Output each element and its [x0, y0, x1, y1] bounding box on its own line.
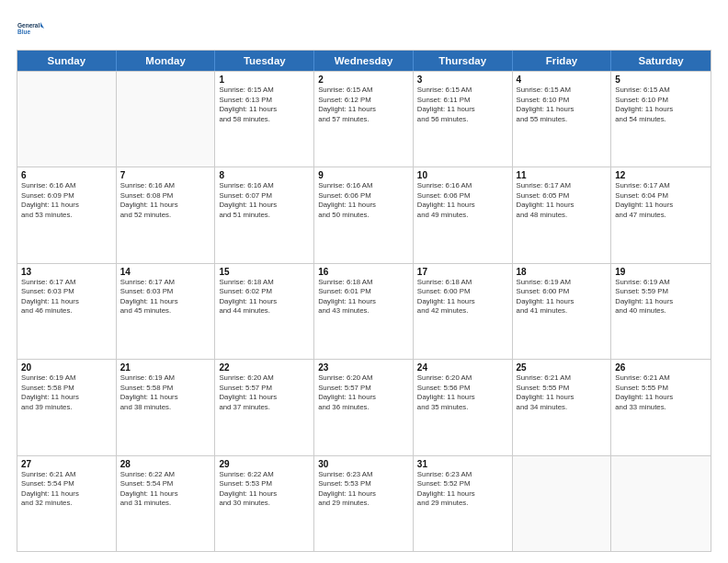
- empty-cell: [17, 72, 117, 167]
- day-cell-10: 10Sunrise: 6:16 AM Sunset: 6:06 PM Dayli…: [414, 167, 513, 262]
- day-number: 25: [517, 362, 608, 373]
- day-cell-5: 5Sunrise: 6:15 AM Sunset: 6:10 PM Daylig…: [611, 72, 711, 167]
- logo: GeneralBlue: [17, 15, 44, 42]
- day-cell-6: 6Sunrise: 6:16 AM Sunset: 6:09 PM Daylig…: [17, 167, 117, 262]
- day-number: 31: [417, 459, 508, 469]
- day-info: Sunrise: 6:15 AM Sunset: 6:12 PM Dayligh…: [318, 86, 409, 124]
- day-cell-23: 23Sunrise: 6:20 AM Sunset: 5:57 PM Dayli…: [314, 360, 414, 454]
- calendar-row-5: 27Sunrise: 6:21 AM Sunset: 5:54 PM Dayli…: [17, 455, 711, 551]
- day-number: 15: [219, 267, 310, 277]
- day-number: 13: [21, 267, 112, 277]
- svg-text:General: General: [17, 22, 40, 29]
- day-cell-17: 17Sunrise: 6:18 AM Sunset: 6:00 PM Dayli…: [414, 264, 513, 359]
- day-info: Sunrise: 6:18 AM Sunset: 6:01 PM Dayligh…: [318, 278, 409, 316]
- logo-icon: GeneralBlue: [17, 15, 44, 42]
- day-info: Sunrise: 6:21 AM Sunset: 5:55 PM Dayligh…: [517, 373, 608, 412]
- calendar-body: 1Sunrise: 6:15 AM Sunset: 6:13 PM Daylig…: [17, 71, 711, 551]
- day-number: 18: [517, 267, 608, 277]
- day-info: Sunrise: 6:22 AM Sunset: 5:53 PM Dayligh…: [219, 470, 310, 509]
- day-info: Sunrise: 6:17 AM Sunset: 6:03 PM Dayligh…: [120, 278, 211, 316]
- day-info: Sunrise: 6:17 AM Sunset: 6:05 PM Dayligh…: [517, 181, 608, 220]
- day-number: 5: [615, 75, 707, 85]
- day-number: 27: [21, 459, 112, 469]
- day-cell-19: 19Sunrise: 6:19 AM Sunset: 5:59 PM Dayli…: [611, 264, 711, 359]
- day-info: Sunrise: 6:16 AM Sunset: 6:08 PM Dayligh…: [120, 181, 211, 220]
- day-info: Sunrise: 6:21 AM Sunset: 5:55 PM Dayligh…: [615, 373, 707, 412]
- day-info: Sunrise: 6:23 AM Sunset: 5:52 PM Dayligh…: [417, 470, 508, 509]
- day-number: 3: [417, 75, 508, 85]
- day-info: Sunrise: 6:15 AM Sunset: 6:10 PM Dayligh…: [615, 86, 707, 124]
- day-cell-9: 9Sunrise: 6:16 AM Sunset: 6:06 PM Daylig…: [314, 167, 414, 262]
- day-cell-31: 31Sunrise: 6:23 AM Sunset: 5:52 PM Dayli…: [414, 456, 513, 551]
- calendar: SundayMondayTuesdayWednesdayThursdayFrid…: [17, 50, 711, 552]
- weekday-header-tuesday: Tuesday: [215, 51, 314, 71]
- day-info: Sunrise: 6:20 AM Sunset: 5:57 PM Dayligh…: [219, 373, 310, 412]
- day-cell-22: 22Sunrise: 6:20 AM Sunset: 5:57 PM Dayli…: [215, 360, 314, 454]
- day-cell-25: 25Sunrise: 6:21 AM Sunset: 5:55 PM Dayli…: [513, 360, 612, 454]
- weekday-header-sunday: Sunday: [17, 51, 117, 71]
- day-number: 20: [21, 362, 112, 373]
- empty-cell: [117, 72, 216, 167]
- day-cell-20: 20Sunrise: 6:19 AM Sunset: 5:58 PM Dayli…: [17, 360, 117, 454]
- day-number: 6: [21, 170, 112, 180]
- day-number: 14: [120, 267, 211, 277]
- day-info: Sunrise: 6:17 AM Sunset: 6:03 PM Dayligh…: [21, 278, 112, 316]
- day-cell-30: 30Sunrise: 6:23 AM Sunset: 5:53 PM Dayli…: [314, 456, 414, 551]
- day-number: 11: [517, 170, 608, 180]
- day-cell-26: 26Sunrise: 6:21 AM Sunset: 5:55 PM Dayli…: [611, 360, 711, 454]
- day-number: 29: [219, 459, 310, 469]
- weekday-header-wednesday: Wednesday: [314, 51, 414, 71]
- day-number: 28: [120, 459, 211, 469]
- day-cell-27: 27Sunrise: 6:21 AM Sunset: 5:54 PM Dayli…: [17, 456, 117, 551]
- day-info: Sunrise: 6:20 AM Sunset: 5:56 PM Dayligh…: [417, 373, 508, 412]
- day-cell-12: 12Sunrise: 6:17 AM Sunset: 6:04 PM Dayli…: [611, 167, 711, 262]
- day-info: Sunrise: 6:21 AM Sunset: 5:54 PM Dayligh…: [21, 470, 112, 509]
- day-info: Sunrise: 6:16 AM Sunset: 6:06 PM Dayligh…: [318, 181, 409, 220]
- day-number: 30: [318, 459, 409, 469]
- day-number: 1: [219, 75, 310, 85]
- day-cell-7: 7Sunrise: 6:16 AM Sunset: 6:08 PM Daylig…: [117, 167, 216, 262]
- svg-marker-2: [40, 22, 44, 29]
- day-cell-2: 2Sunrise: 6:15 AM Sunset: 6:12 PM Daylig…: [314, 72, 414, 167]
- day-cell-21: 21Sunrise: 6:19 AM Sunset: 5:58 PM Dayli…: [117, 360, 216, 454]
- day-info: Sunrise: 6:15 AM Sunset: 6:13 PM Dayligh…: [219, 86, 310, 124]
- day-number: 4: [517, 75, 608, 85]
- day-info: Sunrise: 6:18 AM Sunset: 6:02 PM Dayligh…: [219, 278, 310, 316]
- day-cell-16: 16Sunrise: 6:18 AM Sunset: 6:01 PM Dayli…: [314, 264, 414, 359]
- calendar-header: SundayMondayTuesdayWednesdayThursdayFrid…: [17, 51, 711, 71]
- day-number: 17: [417, 267, 508, 277]
- day-cell-8: 8Sunrise: 6:16 AM Sunset: 6:07 PM Daylig…: [215, 167, 314, 262]
- day-cell-11: 11Sunrise: 6:17 AM Sunset: 6:05 PM Dayli…: [513, 167, 612, 262]
- day-cell-3: 3Sunrise: 6:15 AM Sunset: 6:11 PM Daylig…: [414, 72, 513, 167]
- calendar-row-2: 6Sunrise: 6:16 AM Sunset: 6:09 PM Daylig…: [17, 167, 711, 262]
- day-cell-24: 24Sunrise: 6:20 AM Sunset: 5:56 PM Dayli…: [414, 360, 513, 454]
- day-info: Sunrise: 6:15 AM Sunset: 6:11 PM Dayligh…: [417, 86, 508, 124]
- svg-text:Blue: Blue: [17, 29, 30, 35]
- day-cell-13: 13Sunrise: 6:17 AM Sunset: 6:03 PM Dayli…: [17, 264, 117, 359]
- day-cell-28: 28Sunrise: 6:22 AM Sunset: 5:54 PM Dayli…: [117, 456, 216, 551]
- day-number: 9: [318, 170, 409, 180]
- day-cell-29: 29Sunrise: 6:22 AM Sunset: 5:53 PM Dayli…: [215, 456, 314, 551]
- day-number: 23: [318, 362, 409, 373]
- weekday-header-friday: Friday: [513, 51, 612, 71]
- day-cell-14: 14Sunrise: 6:17 AM Sunset: 6:03 PM Dayli…: [117, 264, 216, 359]
- calendar-row-3: 13Sunrise: 6:17 AM Sunset: 6:03 PM Dayli…: [17, 263, 711, 359]
- day-cell-15: 15Sunrise: 6:18 AM Sunset: 6:02 PM Dayli…: [215, 264, 314, 359]
- day-info: Sunrise: 6:20 AM Sunset: 5:57 PM Dayligh…: [318, 373, 409, 412]
- empty-cell: [611, 456, 711, 551]
- day-info: Sunrise: 6:22 AM Sunset: 5:54 PM Dayligh…: [120, 470, 211, 509]
- day-number: 10: [417, 170, 508, 180]
- day-cell-4: 4Sunrise: 6:15 AM Sunset: 6:10 PM Daylig…: [513, 72, 612, 167]
- day-number: 24: [417, 362, 508, 373]
- day-number: 7: [120, 170, 211, 180]
- day-number: 22: [219, 362, 310, 373]
- weekday-header-thursday: Thursday: [414, 51, 513, 71]
- day-info: Sunrise: 6:19 AM Sunset: 6:00 PM Dayligh…: [517, 278, 608, 316]
- calendar-row-1: 1Sunrise: 6:15 AM Sunset: 6:13 PM Daylig…: [17, 71, 711, 167]
- day-info: Sunrise: 6:19 AM Sunset: 5:59 PM Dayligh…: [615, 278, 707, 316]
- day-cell-18: 18Sunrise: 6:19 AM Sunset: 6:00 PM Dayli…: [513, 264, 612, 359]
- day-info: Sunrise: 6:23 AM Sunset: 5:53 PM Dayligh…: [318, 470, 409, 509]
- weekday-header-saturday: Saturday: [611, 51, 711, 71]
- day-info: Sunrise: 6:16 AM Sunset: 6:09 PM Dayligh…: [21, 181, 112, 220]
- day-info: Sunrise: 6:19 AM Sunset: 5:58 PM Dayligh…: [21, 373, 112, 412]
